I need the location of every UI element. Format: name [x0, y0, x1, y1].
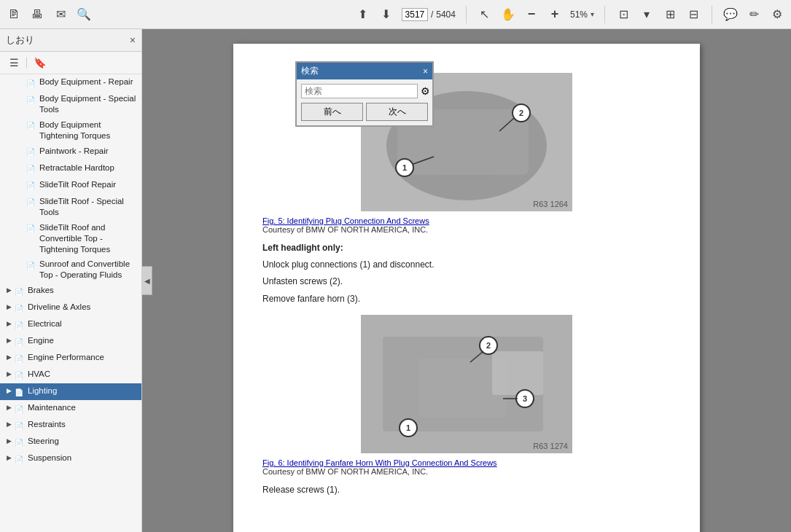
new-document-icon[interactable]: 🖹 — [6, 7, 22, 23]
item-label: Maintenance — [28, 402, 137, 413]
fig6-caption: Fig. 6: Identifying Fanfare Horn With Pl… — [262, 458, 671, 476]
item-label: HVAC — [28, 369, 137, 380]
search-icon[interactable]: 🔍 — [76, 7, 92, 23]
doc-icon: 📄 — [25, 146, 36, 158]
search-popup: 検索 × ⚙ 前へ 次へ — [295, 61, 434, 127]
sidebar-item-steering[interactable]: ▶ 📄 Steering — [0, 434, 141, 450]
sidebar-item-slidetilt-tools[interactable]: 📄 SlideTilt Roof - Special Tools — [0, 194, 141, 220]
sidebar-close-button[interactable]: × — [130, 34, 136, 46]
sidebar-item-driveline[interactable]: ▶ 📄 Driveline & Axles — [0, 300, 141, 316]
pen-icon[interactable]: ✏ — [746, 7, 762, 23]
item-label: Sunroof and Convertible Top - Operating … — [39, 259, 137, 281]
layout2-icon[interactable]: ⊟ — [685, 7, 701, 23]
fit-dropdown-icon[interactable]: ▾ — [639, 7, 655, 23]
sidebar-item-engine-perf[interactable]: ▶ 📄 Engine Performance — [0, 350, 141, 367]
figure-6: 1 2 3 R63 1274 Fig. 6: Identifying Fanfa… — [262, 315, 671, 476]
scroll-down-icon[interactable]: ⬇ — [378, 7, 394, 23]
doc-icon: 📄 — [13, 420, 25, 431]
expand-icon: ▶ — [4, 420, 13, 429]
search-buttons: 前へ 次へ — [301, 103, 428, 121]
page-number-input[interactable] — [402, 8, 428, 21]
item-label: Body Equipment - Special Tools — [39, 93, 137, 115]
text-unlock: Unlock plug connections (1) and disconne… — [262, 258, 671, 272]
expand-icon: ▶ — [4, 286, 13, 295]
page-info: / 5404 — [402, 8, 456, 21]
email-icon[interactable]: ✉ — [52, 7, 69, 23]
expand-icon: ▶ — [4, 320, 13, 329]
zoom-in-icon[interactable]: + — [547, 7, 563, 23]
sidebar-item-sunroof[interactable]: 📄 Sunroof and Convertible Top - Operatin… — [0, 257, 141, 283]
sidebar-item-retractable[interactable]: 📄 Retractable Hardtop — [0, 160, 141, 177]
doc-icon: 📄 — [25, 163, 36, 175]
main-area: しおり × ☰ 🔖 📄 Body Equipment - Repair 📄 Bo… — [0, 29, 791, 532]
zoom-group: 51% ▾ — [570, 9, 594, 20]
fig6-ref: R63 1274 — [533, 442, 568, 450]
fig6-caption-link[interactable]: Fig. 6: Identifying Fanfare Horn With Pl… — [262, 458, 497, 467]
doc-icon: 📄 — [13, 453, 25, 465]
fig5-ref: R63 1264 — [533, 200, 568, 208]
sidebar-item-body-eq-repair[interactable]: 📄 Body Equipment - Repair — [0, 74, 141, 91]
sidebar-item-maintenance[interactable]: ▶ 📄 Maintenance — [0, 400, 141, 417]
sidebar-item-body-eq-torques[interactable]: 📄 Body Equipment Tightening Torques — [0, 117, 141, 144]
fig6-caption-credit: Courtesy of BMW OF NORTH AMERICA, INC. — [262, 467, 428, 476]
sidebar-title: しおり — [6, 34, 34, 47]
fit-page-icon[interactable]: ⊡ — [615, 7, 631, 23]
sidebar-item-engine[interactable]: ▶ 📄 Engine — [0, 333, 141, 350]
sidebar-item-slidetilt-repair[interactable]: 📄 SlideTilt Roof Repair — [0, 177, 141, 194]
search-popup-close-button[interactable]: × — [423, 66, 428, 77]
sidebar-item-slidetilt-torques[interactable]: 📄 SlideTilt Roof and Convertible Top - T… — [0, 220, 141, 257]
scroll-up-icon[interactable]: ⬆ — [355, 7, 371, 23]
item-label: Electrical — [28, 318, 137, 329]
doc-icon: 📄 — [25, 120, 36, 132]
search-text-input[interactable] — [301, 84, 418, 98]
sidebar-item-hvac[interactable]: ▶ 📄 HVAC — [0, 367, 141, 383]
sidebar-item-body-eq-tools[interactable]: 📄 Body Equipment - Special Tools — [0, 91, 141, 117]
sidebar-item-electrical[interactable]: ▶ 📄 Electrical — [0, 316, 141, 333]
figure-6-image: 1 2 3 R63 1274 — [361, 315, 572, 453]
bookmark-icon[interactable]: 🔖 — [31, 55, 47, 71]
text-remove: Remove fanfare horn (3). — [262, 292, 671, 306]
doc-icon: 📄 — [13, 369, 25, 381]
search-settings-icon[interactable]: ⚙ — [421, 85, 430, 97]
doc-icon: 📄 — [13, 336, 25, 348]
search-popup-title: 検索 × — [297, 63, 432, 79]
doc-icon: 📄 — [25, 77, 36, 89]
expand-icon: ▶ — [4, 353, 13, 362]
cursor-tool-icon[interactable]: ↖ — [477, 7, 493, 23]
bookmark-list-icon[interactable]: ☰ — [6, 55, 22, 71]
svg-text:2: 2 — [519, 109, 523, 117]
text-release: Release screws (1). — [262, 483, 671, 497]
sidebar-item-restraints[interactable]: ▶ 📄 Restraints — [0, 417, 141, 434]
svg-text:1: 1 — [402, 163, 407, 172]
sidebar-item-paintwork[interactable]: 📄 Paintwork - Repair — [0, 144, 141, 160]
search-next-button[interactable]: 次へ — [366, 103, 428, 121]
item-label: Engine Performance — [28, 352, 137, 363]
page-sep: / — [431, 9, 433, 20]
item-label: Retractable Hardtop — [39, 163, 137, 173]
content-pane[interactable]: 検索 × ⚙ 前へ 次へ — [142, 29, 791, 532]
hand-tool-icon[interactable]: ✋ — [500, 7, 516, 23]
tools-icon[interactable]: ⚙ — [769, 7, 785, 23]
item-label: Restraints — [28, 419, 137, 430]
zoom-dropdown-icon[interactable]: ▾ — [591, 10, 594, 18]
sidebar-tree: 📄 Body Equipment - Repair 📄 Body Equipme… — [0, 74, 141, 532]
search-prev-button[interactable]: 前へ — [301, 103, 363, 121]
expand-icon: ▶ — [4, 337, 13, 345]
sidebar: しおり × ☰ 🔖 📄 Body Equipment - Repair 📄 Bo… — [0, 29, 142, 532]
item-label: SlideTilt Roof and Convertible Top - Tig… — [39, 222, 137, 255]
doc-icon: 📄 — [13, 437, 25, 448]
print-icon[interactable]: 🖶 — [29, 7, 45, 23]
sidebar-item-suspension[interactable]: ▶ 📄 Suspension — [0, 450, 141, 467]
fig5-caption-link[interactable]: Fig. 5: Identifying Plug Connection And … — [262, 216, 429, 225]
sidebar-item-lighting[interactable]: ▶ 📄 Lighting — [0, 383, 141, 400]
item-label: Paintwork - Repair — [39, 146, 137, 157]
item-label: Engine — [28, 335, 137, 346]
doc-icon: 📄 — [13, 353, 25, 364]
layout1-icon[interactable]: ⊞ — [662, 7, 678, 23]
sidebar-collapse-button[interactable]: ◀ — [142, 266, 152, 295]
sidebar-item-brakes[interactable]: ▶ 📄 Brakes — [0, 283, 141, 300]
comment-icon[interactable]: 💬 — [722, 7, 739, 23]
doc-icon: 📄 — [25, 94, 36, 106]
zoom-out-icon[interactable]: − — [523, 7, 539, 23]
fig5-caption-credit: Courtesy of BMW OF NORTH AMERICA, INC. — [262, 225, 428, 234]
